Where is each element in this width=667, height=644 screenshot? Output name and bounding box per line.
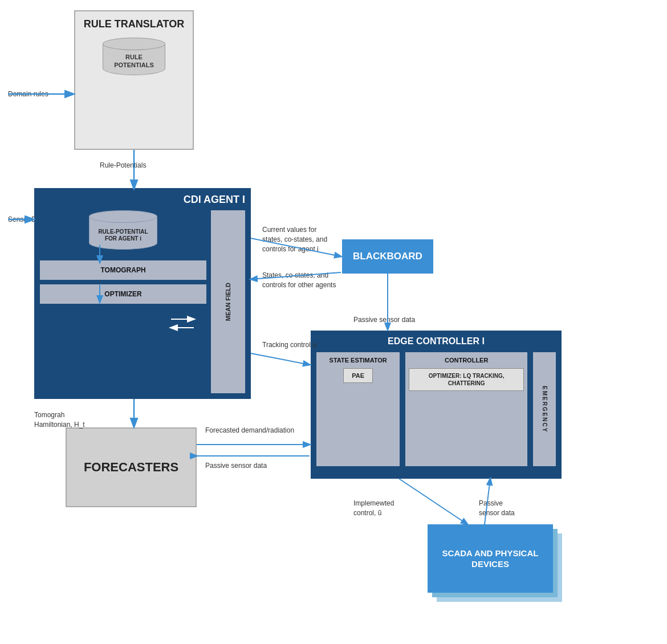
cdi-left-col: RULE-POTENTIALFOR AGENT i TOMOGRAPH OPTI…	[40, 210, 206, 393]
forecasters-title: FORECASTERS	[84, 460, 178, 475]
cdi-cylinder-top	[89, 210, 157, 223]
passive-sensor-label-2: Passive sensor data	[205, 462, 267, 470]
tracking-control-label: Tracking control u	[262, 341, 316, 349]
rule-potentials-cylinder: RULEPOTENTIALS	[103, 38, 165, 83]
mean-field-text: MEAN FIELD	[225, 283, 231, 321]
cdi-cylinder-container: RULE-POTENTIALFOR AGENT i	[40, 210, 206, 256]
cdi-agent-box: CDI AGENT I RULE-POTENTIALFOR AGENT i TO…	[34, 188, 251, 399]
cdi-agent-title: CDI AGENT I	[40, 194, 245, 206]
cdi-inner-row: RULE-POTENTIALFOR AGENT i TOMOGRAPH OPTI…	[40, 210, 245, 393]
tomograph-box: TOMOGRAPH	[40, 260, 206, 280]
cylinder-label: RULEPOTENTIALS	[114, 49, 154, 68]
domain-rules-label: Domain rules	[8, 90, 48, 98]
se-title: STATE ESTIMATOR	[330, 357, 387, 364]
scada-stack: SCADA AND PHYSICAL DEVICES	[428, 524, 574, 602]
cdi-cylinder: RULE-POTENTIALFOR AGENT i	[89, 210, 157, 256]
passive-sensor-label-3: Passivesensor data	[479, 499, 515, 518]
tomograph-hamiltonian-label: TomograhHamiltonian, H_t	[34, 410, 85, 430]
implemented-control-label: Implemewtedcontrol, ũ	[353, 499, 394, 518]
optimizer-box: OPTIMIZER	[40, 284, 206, 304]
scada-layer-1: SCADA AND PHYSICAL DEVICES	[428, 524, 553, 593]
cylinder-top	[103, 38, 165, 50]
pae-box: PAE	[343, 368, 373, 383]
diagram: RULE TRANSLATOR RULEPOTENTIALS Domain ru…	[0, 0, 667, 644]
rule-translator-title: RULE TRANSLATOR	[84, 18, 184, 31]
rule-potentials-label: Rule-Potentials	[100, 161, 146, 169]
mean-field-col: MEAN FIELD	[211, 210, 245, 393]
edge-controller-box: EDGE CONTROLLER I STATE ESTIMATOR PAE CO…	[311, 331, 562, 479]
edge-inner-row: STATE ESTIMATOR PAE CONTROLLER OPTIMIZER…	[316, 352, 556, 466]
svg-line-10	[251, 353, 310, 365]
state-estimator-box: STATE ESTIMATOR PAE	[316, 352, 400, 466]
rule-translator-box: RULE TRANSLATOR RULEPOTENTIALS	[74, 10, 194, 150]
optimizer-inner-box: OPTIMIZER: LQ TRACKING, CHATTERING	[409, 368, 524, 391]
cdi-cylinder-label: RULE-POTENTIALFOR AGENT i	[98, 224, 148, 242]
svg-line-14	[399, 479, 467, 524]
current-values-label: Current values forstates, co-states, and…	[262, 225, 365, 254]
scada-title: SCADA AND PHYSICAL DEVICES	[428, 548, 553, 570]
ctrl-title: CONTROLLER	[445, 357, 488, 364]
emergency-text: EMERGENCY	[542, 386, 548, 433]
states-cостоянo-label: States, co-states, andcontrols for other…	[262, 271, 376, 290]
edge-controller-title: EDGE CONTROLLER I	[316, 336, 556, 347]
emergency-col: EMERGENCY	[533, 352, 556, 466]
passive-sensor-label-1: Passive sensor data	[353, 316, 415, 324]
controller-box: CONTROLLER OPTIMIZER: LQ TRACKING, CHATT…	[405, 352, 527, 466]
forecasters-box: FORECASTERS	[66, 427, 197, 507]
forecasted-demand-label: Forecasted demand/radiation	[205, 426, 294, 434]
